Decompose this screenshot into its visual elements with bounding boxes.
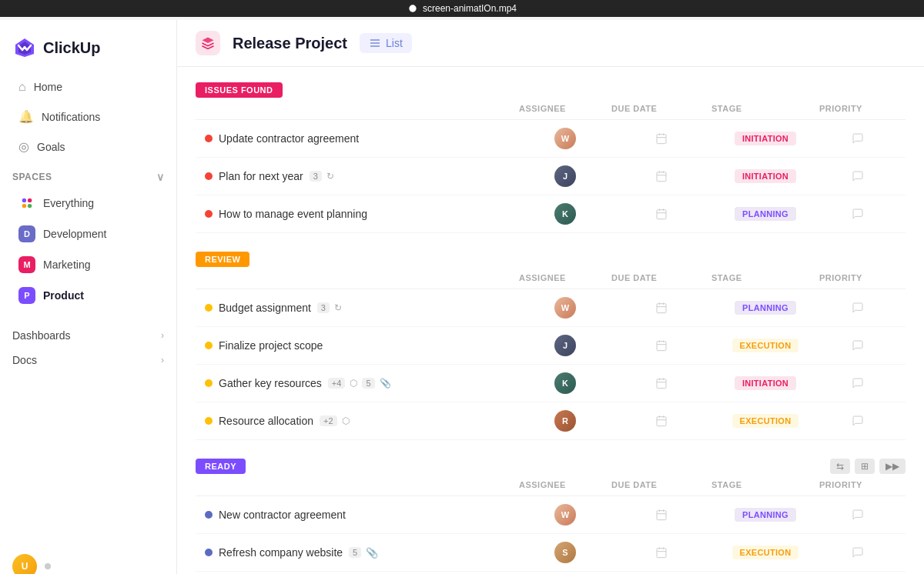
task-name-cell: Resource allocation +2 ⬡ [205, 415, 519, 427]
priority-cell [819, 208, 896, 220]
spaces-label: Spaces [12, 172, 52, 182]
sidebar-item-marketing[interactable]: M Marketing [6, 250, 170, 279]
user-avatar: U [12, 554, 37, 574]
ready-toolbar: ⇆ ⊞ ▶▶ [830, 459, 906, 474]
col-priority-r: PRIORITY [819, 273, 896, 282]
sidebar-item-product[interactable]: P Product [6, 281, 170, 310]
sidebar-item-docs[interactable]: Docs › [0, 348, 176, 372]
product-space-dot: P [18, 287, 35, 304]
spaces-collapse-icon[interactable]: ∨ [156, 171, 165, 183]
toolbar-btn-3[interactable]: ▶▶ [879, 459, 906, 474]
avatar: W [554, 297, 576, 319]
col-assignee-1: ASSIGNEE [519, 104, 611, 113]
assignee-cell: S [519, 542, 611, 563]
issues-badge: ISSUES FOUND [196, 82, 283, 98]
sidebar-goals-label: Goals [37, 141, 65, 153]
sidebar-item-notifications[interactable]: 🔔 Notifications [6, 102, 170, 131]
due-date-cell [611, 208, 711, 220]
priority-cell [819, 377, 896, 389]
due-date-cell [611, 415, 711, 427]
task-status-dot [205, 417, 213, 425]
review-section-header: REVIEW [196, 252, 906, 267]
task-name-cell: Update contractor agreement [205, 132, 519, 145]
docs-chevron-icon: › [161, 355, 164, 365]
marketing-space-dot: M [18, 256, 35, 273]
priority-cell [819, 509, 896, 521]
section-ready: READY ⇆ ⊞ ▶▶ ASSIGNEE DUE DATE STAGE PRI… [196, 459, 906, 574]
task-name-cell: Finalize project scope [205, 339, 519, 352]
sidebar-item-development[interactable]: D Development [6, 219, 170, 249]
sidebar-marketing-label: Marketing [43, 259, 90, 271]
table-row: Resource allocation +2 ⬡ R EXECUTION [196, 402, 906, 440]
priority-cell [819, 339, 896, 352]
cycle-icon: ↻ [334, 302, 342, 313]
user-status-dot [45, 563, 51, 569]
ready-badge: READY [196, 459, 246, 474]
review-table-header: ASSIGNEE DUE DATE STAGE PRIORITY [196, 267, 906, 289]
stage-cell: INITIATION [711, 132, 819, 145]
home-icon: ⌂ [18, 80, 26, 94]
priority-cell [819, 302, 896, 314]
priority-cell [819, 546, 896, 559]
task-status-dot [205, 342, 213, 349]
assignee-cell: K [519, 372, 611, 394]
col-assignee-rd: ASSIGNEE [519, 480, 611, 489]
table-row: Plan for next year 3 ↻ J INITIATION [196, 158, 906, 195]
sidebar-dashboards-label: Dashboards [12, 329, 71, 342]
table-row: How to manage event planning K PLANNING [196, 195, 906, 233]
sidebar-item-everything[interactable]: Everything [6, 189, 170, 218]
col-stage-r: STAGE [711, 273, 819, 282]
list-view-button[interactable]: List [360, 33, 412, 53]
svg-rect-10 [657, 135, 666, 144]
task-meta: 3 ↻ [317, 302, 342, 313]
avatar: W [554, 128, 576, 149]
due-date-cell [611, 170, 711, 182]
table-row: Gather key resources +4 ⬡ 5 📎 K INITIATI… [196, 365, 906, 402]
assignee-cell: W [519, 128, 611, 149]
meta-count: 5 [349, 547, 361, 558]
table-row: Finalize project scope J EXECUTION [196, 327, 906, 365]
stage-badge: PLANNING [735, 301, 796, 315]
stage-cell: INITIATION [711, 376, 819, 390]
link-icon2: ⬡ [342, 415, 350, 426]
svg-rect-26 [657, 342, 666, 351]
section-issues: ISSUES FOUND ASSIGNEE DUE DATE STAGE PRI… [196, 82, 906, 233]
task-name-cell: How to manage event planning [205, 208, 519, 220]
content-area: ISSUES FOUND ASSIGNEE DUE DATE STAGE PRI… [177, 67, 924, 574]
due-date-cell [611, 377, 711, 389]
sidebar-item-home[interactable]: ⌂ Home [6, 73, 170, 101]
due-date-cell [611, 509, 711, 521]
sidebar-home-label: Home [34, 81, 62, 93]
recording-bar: screen-animatIOn.mp4 [0, 0, 924, 17]
sidebar-item-dashboards[interactable]: Dashboards › [0, 323, 176, 348]
meta-count: +4 [328, 378, 346, 389]
col-task-name [205, 104, 519, 113]
toolbar-btn-2[interactable]: ⊞ [855, 459, 875, 474]
assignee-cell: W [519, 504, 611, 526]
task-name-cell: Budget assignment 3 ↻ [205, 302, 519, 314]
task-meta: 5 📎 [349, 547, 378, 559]
toolbar-btn-1[interactable]: ⇆ [830, 459, 850, 474]
svg-rect-14 [657, 172, 666, 182]
assignee-cell: K [519, 203, 611, 225]
project-title: Release Project [233, 35, 347, 52]
logo-text: ClickUp [43, 39, 100, 57]
sidebar-docs-label: Docs [12, 354, 37, 366]
bell-icon: 🔔 [18, 109, 34, 124]
sidebar-item-goals[interactable]: ◎ Goals [6, 132, 170, 161]
clickup-logo-icon [12, 35, 37, 60]
svg-point-6 [28, 204, 32, 208]
svg-rect-30 [657, 379, 666, 389]
stage-badge: EXECUTION [732, 339, 799, 352]
ready-section-header: READY ⇆ ⊞ ▶▶ [196, 459, 906, 474]
col-stage-1: STAGE [711, 104, 819, 113]
stage-cell: PLANNING [711, 301, 819, 315]
meta-count: +2 [320, 415, 337, 426]
table-row: Refresh company website 5 📎 S EXECUTION [196, 534, 906, 572]
assignee-cell: W [519, 297, 611, 319]
col-duedate-1: DUE DATE [611, 104, 711, 113]
task-status-dot [205, 549, 213, 556]
due-date-cell [611, 546, 711, 559]
task-label: Refresh company website [219, 546, 343, 559]
col-duedate-rd: DUE DATE [611, 480, 711, 489]
